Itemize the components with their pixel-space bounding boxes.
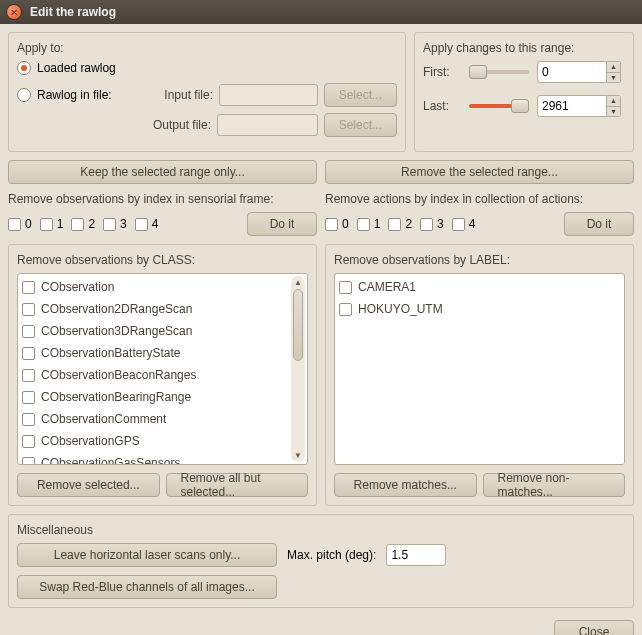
- by-class-label: Remove observations by CLASS:: [17, 253, 308, 267]
- act-idx-4-check[interactable]: [452, 218, 465, 231]
- chevron-down-icon[interactable]: ▼: [294, 451, 302, 460]
- radio-rawlog-in-file-label: Rawlog in file:: [37, 88, 127, 102]
- first-slider[interactable]: [469, 70, 529, 74]
- chevron-down-icon[interactable]: ▼: [607, 73, 620, 83]
- list-item: CAMERA1: [339, 278, 620, 296]
- remove-obs-index-group: Remove observations by index in sensoria…: [8, 192, 317, 236]
- list-item: CObservation2DRangeScan: [22, 300, 303, 318]
- output-file-label: Output file:: [131, 118, 211, 132]
- obs-idx-3-check[interactable]: [103, 218, 116, 231]
- by-label-group: Remove observations by LABEL: CAMERA1 HO…: [325, 244, 634, 506]
- output-file-field[interactable]: [217, 114, 318, 136]
- chevron-down-icon[interactable]: ▼: [607, 107, 620, 117]
- by-class-group: Remove observations by CLASS: CObservati…: [8, 244, 317, 506]
- last-label: Last:: [423, 99, 461, 113]
- by-label-label: Remove observations by LABEL:: [334, 253, 625, 267]
- range-group: Apply changes to this range: First: ▲▼ L…: [414, 32, 634, 152]
- act-idx-3-check[interactable]: [420, 218, 433, 231]
- act-idx-doit-button[interactable]: Do it: [564, 212, 634, 236]
- list-item: CObservationGPS: [22, 432, 303, 450]
- last-slider[interactable]: [469, 104, 529, 108]
- remove-non-matches-button[interactable]: Remove non-matches...: [483, 473, 626, 497]
- titlebar: ✕ Edit the rawlog: [0, 0, 642, 24]
- obs-idx-0-check[interactable]: [8, 218, 21, 231]
- max-pitch-field[interactable]: [386, 544, 446, 566]
- first-spinner[interactable]: ▲▼: [537, 61, 621, 83]
- close-button[interactable]: Close: [554, 620, 634, 635]
- select-input-button[interactable]: Select...: [324, 83, 397, 107]
- list-item: CObservationBeaconRanges: [22, 366, 303, 384]
- list-item: CObservation: [22, 278, 303, 296]
- range-label: Apply changes to this range:: [423, 41, 625, 55]
- list-item: CObservation3DRangeScan: [22, 322, 303, 340]
- remove-all-but-selected-button[interactable]: Remove all but selected...: [166, 473, 309, 497]
- remove-act-index-label: Remove actions by index in collection of…: [325, 192, 634, 206]
- apply-to-label: Apply to:: [17, 41, 397, 55]
- remove-matches-button[interactable]: Remove matches...: [334, 473, 477, 497]
- radio-rawlog-in-file[interactable]: [17, 88, 31, 102]
- obs-idx-1-check[interactable]: [40, 218, 53, 231]
- window-title: Edit the rawlog: [30, 5, 116, 19]
- scroll-thumb[interactable]: [293, 289, 303, 361]
- list-item: CObservationComment: [22, 410, 303, 428]
- apply-to-group: Apply to: Loaded rawlog Rawlog in file: …: [8, 32, 406, 152]
- list-item: CObservationBearingRange: [22, 388, 303, 406]
- act-idx-1-check[interactable]: [357, 218, 370, 231]
- obs-idx-doit-button[interactable]: Do it: [247, 212, 317, 236]
- max-pitch-label: Max. pitch (deg):: [287, 548, 376, 562]
- class-scrollbar[interactable]: ▲ ▼: [291, 276, 305, 462]
- obs-idx-4-check[interactable]: [135, 218, 148, 231]
- list-item: CObservationGasSensors: [22, 454, 303, 465]
- obs-idx-2-check[interactable]: [71, 218, 84, 231]
- act-idx-2-check[interactable]: [388, 218, 401, 231]
- last-spinner[interactable]: ▲▼: [537, 95, 621, 117]
- remove-selected-button[interactable]: Remove selected...: [17, 473, 160, 497]
- close-icon[interactable]: ✕: [6, 4, 22, 20]
- input-file-label: Input file:: [133, 88, 213, 102]
- radio-loaded-rawlog-label: Loaded rawlog: [37, 61, 116, 75]
- chevron-up-icon[interactable]: ▲: [607, 96, 620, 107]
- remove-act-index-group: Remove actions by index in collection of…: [325, 192, 634, 236]
- first-label: First:: [423, 65, 461, 79]
- radio-loaded-rawlog[interactable]: [17, 61, 31, 75]
- remove-range-button[interactable]: Remove the selected range...: [325, 160, 634, 184]
- label-listbox[interactable]: CAMERA1 HOKUYO_UTM: [334, 273, 625, 465]
- list-item: CObservationBatteryState: [22, 344, 303, 362]
- keep-range-button[interactable]: Keep the selected range only...: [8, 160, 317, 184]
- remove-obs-index-label: Remove observations by index in sensoria…: [8, 192, 317, 206]
- first-value[interactable]: [537, 61, 607, 83]
- swap-rb-button[interactable]: Swap Red-Blue channels of all images...: [17, 575, 277, 599]
- chevron-up-icon[interactable]: ▲: [294, 278, 302, 287]
- misc-group: Miscellaneous Leave horizontal laser sca…: [8, 514, 634, 608]
- input-file-field[interactable]: [219, 84, 318, 106]
- list-item: HOKUYO_UTM: [339, 300, 620, 318]
- chevron-up-icon[interactable]: ▲: [607, 62, 620, 73]
- horiz-scans-button[interactable]: Leave horizontal laser scans only...: [17, 543, 277, 567]
- last-value[interactable]: [537, 95, 607, 117]
- act-idx-0-check[interactable]: [325, 218, 338, 231]
- misc-label: Miscellaneous: [17, 523, 625, 537]
- class-listbox[interactable]: CObservation CObservation2DRangeScan COb…: [17, 273, 308, 465]
- select-output-button[interactable]: Select...: [324, 113, 397, 137]
